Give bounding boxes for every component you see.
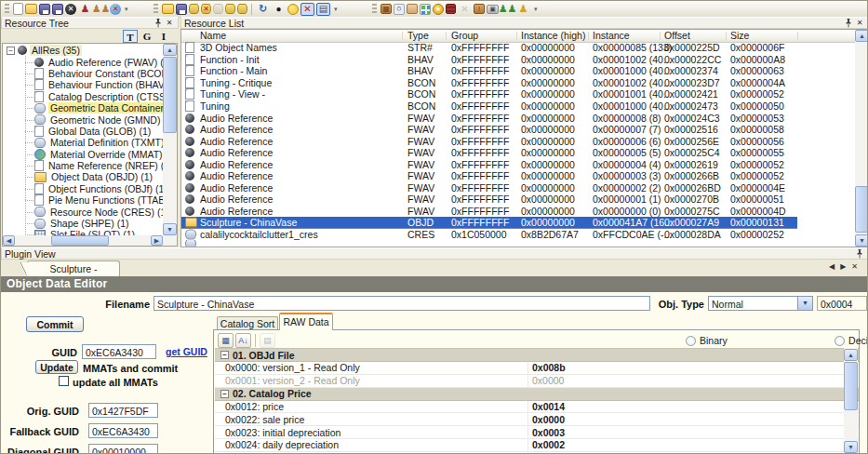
column-header-instance[interactable]: Instance	[593, 30, 630, 42]
tab-catalog-sort[interactable]: Catalog Sort	[217, 316, 278, 330]
grid-row[interactable]: 0x0024: daily depreciation 0x0002	[215, 439, 859, 452]
tab-scroll-left-icon[interactable]: ◀	[829, 262, 835, 271]
toolbar-grip[interactable]	[154, 4, 158, 14]
tree-item[interactable]: Behaviour Function (BHAV) (2)	[3, 79, 163, 90]
column-header-group[interactable]: Group	[451, 30, 478, 42]
list-row[interactable]: 3D Object Names STR# 0xFFFFFFFF 0x000000…	[181, 42, 857, 54]
tree-item[interactable]: Material Override (MMAT) (1)	[3, 149, 163, 160]
grid-row[interactable]: 0x0022: sale price 0x0000	[215, 413, 859, 426]
tree-item[interactable]: Name Reference (NREF) (1)	[3, 160, 163, 171]
column-header-size[interactable]: Size	[730, 30, 749, 42]
pin-icon[interactable]	[854, 248, 865, 259]
scroll-left-icon[interactable]: ◀	[3, 235, 15, 246]
column-header-name[interactable]: Name	[200, 30, 226, 42]
tree-item[interactable]: Resource Node (CRES) (1)	[3, 206, 163, 217]
guid-input[interactable]: 0xEC6A3430	[82, 344, 156, 359]
user-yellow-icon[interactable]: ♟	[516, 3, 530, 16]
toolbar-grip[interactable]	[372, 4, 377, 14]
tree-item[interactable]: Pie Menu Functions (TTAB) (1)	[3, 194, 163, 206]
list-row[interactable]: calalilycocktailclutter1_cres CRES 0x1C0…	[181, 229, 857, 241]
fix-integrity-icon[interactable]: ✕	[300, 3, 314, 16]
scroll-down-icon[interactable]: ▼	[163, 223, 177, 235]
filename-input[interactable]: Sculpture - ChinaVase	[154, 296, 650, 311]
stop-icon[interactable]: ✕	[65, 4, 76, 15]
pin-icon[interactable]	[153, 18, 164, 28]
alphabetical-sort-icon[interactable]: A↓	[235, 333, 251, 348]
toolbar-overflow-icon[interactable]: ▾	[334, 6, 338, 13]
grid-section-header[interactable]: − 01. OBJd File	[215, 349, 859, 362]
list-row[interactable]: Audio Reference FWAV 0xFFFFFFFF 0x000000…	[181, 194, 857, 206]
categorized-view-icon[interactable]: ▦	[218, 333, 234, 348]
tree-item[interactable]: Object Functions (OBJf) (1)	[3, 183, 163, 194]
pin-icon[interactable]	[843, 18, 854, 28]
tree-item[interactable]: Geometric Data Container (GMDC) (1	[3, 102, 163, 114]
hand-tool-icon[interactable]	[407, 4, 418, 14]
db-compact-icon[interactable]	[225, 4, 235, 14]
workshop-grid-icon[interactable]	[420, 4, 431, 15]
object-box-icon[interactable]: ▦	[381, 4, 392, 14]
radio-decimal[interactable]: Decimal	[835, 335, 868, 346]
tree-item[interactable]: − AllRes (35)	[3, 45, 163, 56]
list-row[interactable]: Audio Reference FWAV 0xFFFFFFFF 0x000000…	[181, 170, 857, 182]
tree-item[interactable]: Material Definition (TXMT) (1)	[3, 137, 163, 148]
tree-item[interactable]: Behaviour Constant (BCON) (3)	[3, 68, 163, 79]
plugin-tab-sculpture-chinavase[interactable]: Sculpture - ChinaVase	[27, 260, 120, 277]
toolbar-overflow-icon[interactable]: ▾	[125, 6, 128, 13]
list-row[interactable]: Tuning - Critique BCON 0xFFFFFFFF 0x0000…	[181, 77, 857, 89]
list-vscroll-thumb[interactable]	[855, 186, 868, 233]
scroll-right-icon[interactable]: ▶	[151, 235, 163, 246]
package-open-icon[interactable]	[162, 4, 174, 14]
scroll-down-icon[interactable]: ▼	[855, 234, 868, 247]
tree-vscroll-thumb[interactable]	[163, 57, 177, 133]
db-remove-icon[interactable]: ✕	[201, 4, 211, 14]
list-row[interactable]: Tuning - View - BCON 0xFFFFFFFF 0x000000…	[181, 88, 857, 100]
column-header-instance-high[interactable]: Instance (high)	[521, 30, 585, 42]
save-icon[interactable]	[39, 4, 50, 15]
list-row[interactable]: Audio Reference FWAV 0xFFFFFFFF 0x000000…	[181, 124, 857, 136]
radio-dot-icon[interactable]	[835, 336, 845, 346]
get-guid-link[interactable]: get GUID	[166, 346, 207, 357]
obj-type-select[interactable]: Normal ▼	[708, 296, 813, 311]
tab-raw-data[interactable]: RAW Data	[279, 313, 333, 330]
update-button[interactable]: Update	[35, 360, 78, 374]
grid-row[interactable]: 0x0023: initial depreciation 0x0003	[215, 426, 859, 439]
box-alert-icon[interactable]: !	[474, 4, 485, 14]
details-stack-icon[interactable]	[446, 4, 456, 14]
filter-button-g[interactable]: G	[140, 30, 154, 43]
user-red-icon[interactable]: ♟	[78, 3, 92, 16]
grid-row[interactable]: 0x0012: price 0x0014	[215, 401, 859, 414]
commit-button[interactable]: Commit	[26, 316, 84, 332]
obj-type-hex-field[interactable]: 0x0004	[817, 296, 867, 311]
tree-item[interactable]: Object Data (OBJD) (1)	[3, 171, 163, 182]
list-row[interactable]	[181, 240, 857, 247]
tab-close-icon[interactable]: ✕	[851, 262, 858, 271]
chevron-down-icon[interactable]: ▼	[797, 297, 812, 310]
new-file-icon[interactable]	[13, 3, 23, 15]
users-icon[interactable]: ♟♟	[94, 3, 108, 16]
grid-vscroll-thumb[interactable]	[844, 362, 858, 410]
notify-bell-icon[interactable]: ●	[272, 3, 286, 16]
wiki-book-icon[interactable]: ▤	[316, 3, 330, 16]
fallback-guid-input[interactable]: 0xEC6A3430	[88, 423, 158, 438]
list-row[interactable]: Function - Init BHAV 0xFFFFFFFF 0x000000…	[181, 54, 857, 66]
list-row[interactable]: Audio Reference FWAV 0xFFFFFFFF 0x000000…	[181, 135, 857, 147]
refresh-icon[interactable]: ↻	[256, 3, 270, 16]
list-row[interactable]: Audio Reference FWAV 0xFFFFFFFF 0x000000…	[181, 206, 857, 218]
db-backup-icon[interactable]	[189, 4, 199, 14]
filter-button-i[interactable]: I	[156, 30, 171, 43]
list-row[interactable]: Audio Reference FWAV 0xFFFFFFFF 0x000000…	[181, 182, 857, 194]
radio-binary[interactable]: Binary	[686, 335, 728, 346]
grid-section-header[interactable]: − 02. Catalog Price	[215, 388, 859, 401]
update-all-mmats-checkbox[interactable]	[59, 376, 69, 386]
list-row[interactable]: Audio Reference FWAV 0xFFFFFFFF 0x000000…	[181, 112, 857, 124]
list-row[interactable]: Sculpture - ChinaVase OBJD 0xFFFFFFFF 0x…	[181, 217, 857, 229]
collapse-icon[interactable]: −	[220, 351, 229, 359]
collapse-icon[interactable]: −	[220, 390, 229, 398]
close-icon[interactable]: ✕	[854, 18, 865, 28]
smiley-icon[interactable]	[287, 4, 299, 15]
scroll-up-icon[interactable]: ▲	[855, 30, 868, 42]
save-as-icon[interactable]	[52, 4, 63, 15]
collapse-icon[interactable]: −	[7, 47, 15, 55]
tree-item[interactable]: Geometric Node (GMND) (1)	[3, 114, 163, 125]
open-package-icon[interactable]	[25, 4, 37, 14]
